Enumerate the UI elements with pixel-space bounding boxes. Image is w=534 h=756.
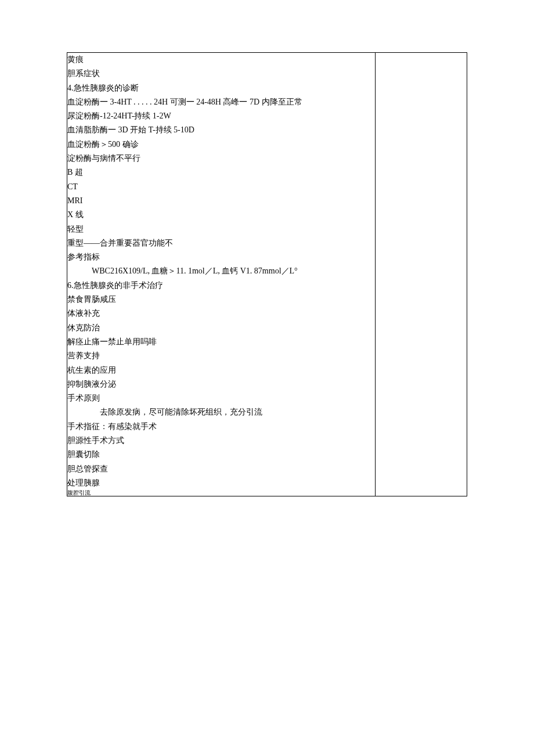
- text-line: B 超: [67, 165, 375, 179]
- text-line: WBC216X109/L, 血糖＞11. 1mol／L, 血钙 V1. 87mm…: [67, 264, 375, 278]
- text-line: 轻型: [67, 222, 375, 236]
- text-line: 胆源性手术方式: [67, 434, 375, 448]
- text-line: 手术原则: [67, 391, 375, 405]
- text-line: X 线: [67, 208, 375, 222]
- text-line: 禁食胃肠咸压: [67, 293, 375, 307]
- main-table: 黄痕胆系症状4.急性胰腺炎的诊断血淀粉酶一 3-4HT . . . . . 24…: [67, 52, 467, 496]
- text-line: 解痉止痛一禁止单用吗啡: [67, 335, 375, 349]
- text-line: 休克防治: [67, 321, 375, 335]
- text-line: 体液补充: [67, 307, 375, 321]
- text-line: 血清脂肪酶一 3D 开始 T-持续 5-10D: [67, 123, 375, 137]
- text-line: 胆系症状: [67, 67, 375, 81]
- text-line: 抑制胰液分泌: [67, 377, 375, 391]
- text-line: 重型——合并重要器官功能不: [67, 236, 375, 250]
- text-line: 手术指征：有感染就手术: [67, 420, 375, 434]
- text-line: 血淀粉酶一 3-4HT . . . . . 24H 可测一 24-48H 高峰一…: [67, 95, 375, 109]
- text-line: 胆囊切除: [67, 448, 375, 462]
- text-line: 去除原发病，尽可能清除坏死组织，充分引流: [67, 405, 375, 419]
- page-container: 黄痕胆系症状4.急性胰腺炎的诊断血淀粉酶一 3-4HT . . . . . 24…: [0, 0, 534, 496]
- text-line: 参考指标: [67, 250, 375, 264]
- text-line: 胆总管探查: [67, 462, 375, 476]
- blank-cell: [375, 53, 467, 496]
- text-line: 杭生素的应用: [67, 363, 375, 377]
- text-line: 处理胰腺: [67, 476, 375, 490]
- text-line: 淀粉酶与病情不平行: [67, 152, 375, 165]
- text-line: MRI: [67, 194, 375, 208]
- text-line: 黄痕: [67, 53, 375, 67]
- text-line: 4.急性胰腺炎的诊断: [67, 81, 375, 95]
- text-line: 营养支持: [67, 349, 375, 363]
- last-truncated-line: 腹腔引流: [67, 490, 375, 496]
- text-line: CT: [67, 180, 375, 194]
- text-line: 血淀粉酶＞500 确诊: [67, 138, 375, 152]
- text-line: 尿淀粉酶-12-24HT-持续 1-2W: [67, 109, 375, 123]
- text-line: 6.急性胰腺炎的非手术治疗: [67, 279, 375, 293]
- lines-container: 黄痕胆系症状4.急性胰腺炎的诊断血淀粉酶一 3-4HT . . . . . 24…: [67, 53, 375, 490]
- content-cell: 黄痕胆系症状4.急性胰腺炎的诊断血淀粉酶一 3-4HT . . . . . 24…: [67, 53, 376, 496]
